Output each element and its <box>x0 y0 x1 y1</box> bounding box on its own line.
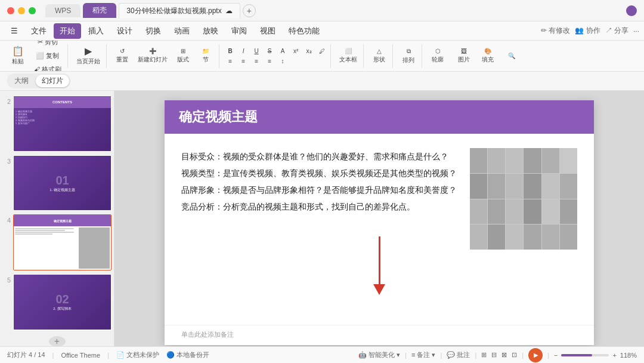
main-layout: 2 CONTENTS 1. 确定视频主题 2. 撰写脚本 3. 拍摄技巧 4. … <box>0 91 644 346</box>
zoom-slider[interactable] <box>561 354 609 356</box>
tab-bar: WPS 稻壳 30分钟轻松做爆款短视频.pptx ☁ + <box>45 3 621 19</box>
outline-btn[interactable]: ⬡ 轮廓 <box>427 46 448 66</box>
minimize-button[interactable] <box>18 7 25 14</box>
reset-icon: ↺ <box>120 48 125 54</box>
ai-feature-btn[interactable]: 🤖 智能美化 ▾ <box>358 350 400 359</box>
wps-tab[interactable]: WPS <box>45 4 80 17</box>
menu-insert[interactable]: 插入 <box>82 23 110 39</box>
menu-animation[interactable]: 动画 <box>168 23 196 39</box>
share-btn[interactable]: ↗ 分享 <box>605 26 628 36</box>
menu-hamburger[interactable]: ☰ <box>5 24 24 38</box>
new-slide-btn[interactable]: ➕ 新建幻灯片 <box>134 46 171 66</box>
add-tab-button[interactable]: + <box>243 4 256 17</box>
arrange-group: ⧉ 排列 <box>395 44 422 68</box>
line-spacing-btn[interactable]: ↕ <box>277 57 289 66</box>
file-tab[interactable]: 30分钟轻松做爆款短视频.pptx ☁ <box>119 3 240 19</box>
slide-panel: 2 CONTENTS 1. 确定视频主题 2. 撰写脚本 3. 拍摄技巧 4. … <box>0 91 114 346</box>
subscript-btn[interactable]: x₂ <box>303 47 315 56</box>
user-avatar[interactable] <box>626 5 637 16</box>
arrange-btn[interactable]: ⧉ 排列 <box>398 46 419 66</box>
layout-btn[interactable]: ⊞ 版式 <box>172 46 194 66</box>
slide-body[interactable]: 目标受众：视频的受众群体是谁？他们的兴趣爱好、需求和痛点是什么？ 视频类型：是宣… <box>165 134 594 325</box>
view-grid-btn[interactable]: ⊟ <box>491 351 497 359</box>
maximize-button[interactable] <box>29 7 36 14</box>
more-menu-btn[interactable]: ··· <box>633 27 639 35</box>
view-normal-btn[interactable]: ⊞ <box>481 351 487 359</box>
zoom-in-btn[interactable]: + <box>612 352 616 359</box>
search-btn[interactable]: 🔍 <box>501 51 522 61</box>
arrow-head <box>373 284 385 295</box>
slide-view-btn[interactable]: 幻灯片 <box>36 75 69 87</box>
menu-special[interactable]: 特色功能 <box>283 23 326 39</box>
align-justify-btn[interactable]: ≡ <box>264 57 275 66</box>
slide-footer[interactable]: 单击此处添加备注 <box>165 325 594 344</box>
copy-btn[interactable]: ⬜ 复制 <box>30 50 65 62</box>
slide-thumb-5[interactable]: 5 02 2. 撰写脚本 <box>2 274 112 330</box>
add-slide-button[interactable]: + <box>49 336 66 346</box>
layout-icon: ⊞ <box>181 48 185 54</box>
menu-design[interactable]: 设计 <box>111 23 138 39</box>
paste-btn[interactable]: 📋 粘贴 <box>7 45 29 67</box>
menu-review[interactable]: 审阅 <box>225 23 253 39</box>
view-switcher: 大纲 幻灯片 <box>7 73 70 88</box>
zoom-out-btn[interactable]: − <box>554 352 558 359</box>
image-btn[interactable]: 🖼 图片 <box>453 46 475 66</box>
thumb-box-5: 02 2. 撰写脚本 <box>13 274 112 330</box>
align-right-btn[interactable]: ≡ <box>250 57 262 66</box>
menu-file[interactable]: 文件 <box>25 23 52 39</box>
play-slideshow-btn[interactable]: ▶ <box>528 348 543 362</box>
highlight-btn[interactable]: 🖊 <box>316 47 328 56</box>
section-btn[interactable]: 📁 节 <box>195 46 216 66</box>
underline-btn[interactable]: U <box>250 47 262 56</box>
superscript-btn[interactable]: x² <box>290 47 302 56</box>
slide-thumb-3[interactable]: 3 01 1. 确定视频主题 <box>2 155 112 211</box>
slide-thumb-2[interactable]: 2 CONTENTS 1. 确定视频主题 2. 撰写脚本 3. 拍摄技巧 4. … <box>2 96 112 152</box>
zoom-level: 118% <box>620 352 637 359</box>
strikethrough-btn[interactable]: S <box>264 47 275 56</box>
menu-slideshow[interactable]: 放映 <box>197 23 224 39</box>
new-slide-group: ↺ 重置 ➕ 新建幻灯片 ⊞ 版式 📁 节 <box>109 44 219 68</box>
font-color-btn[interactable]: A <box>277 47 289 56</box>
shape-btn[interactable]: △ 形状 <box>369 46 390 66</box>
thumb-content-2: CONTENTS 1. 确定视频主题 2. 撰写脚本 3. 拍摄技巧 4. 视频… <box>14 96 111 151</box>
thumb5-label: 2. 撰写脚本 <box>53 306 72 312</box>
notes-btn[interactable]: ≡ 备注 ▾ <box>411 350 436 359</box>
doc-status[interactable]: 📄 文档未保护 <box>116 350 159 359</box>
thumb4-img <box>79 227 110 269</box>
format-btn[interactable]: 🖌 格式刷 <box>30 63 65 72</box>
view-notes-btn[interactable]: ⊠ <box>501 351 507 359</box>
collaborate-btn[interactable]: 👥 协作 <box>575 26 600 36</box>
filename-text: 30分钟轻松做爆款短视频.pptx <box>126 6 221 16</box>
slide-number-5: 5 <box>2 276 11 284</box>
menu-view[interactable]: 视图 <box>254 23 281 39</box>
theme-label: Office Theme <box>61 352 100 359</box>
slide-arrow <box>373 236 385 295</box>
zoom-control[interactable]: − + 118% <box>554 352 637 359</box>
title-bar-right <box>626 5 637 16</box>
italic-btn[interactable]: I <box>237 47 249 56</box>
modify-status[interactable]: ✏ 有修改 <box>541 26 570 36</box>
arrange-icon: ⧉ <box>407 48 411 55</box>
zoom-slider-fill <box>561 354 592 356</box>
thumb-content-4: 确定视频主题 <box>14 215 111 270</box>
bold-btn[interactable]: B <box>224 47 236 56</box>
view-reading-btn[interactable]: ⊡ <box>512 351 517 359</box>
comments-btn[interactable]: 💬 批注 <box>447 350 470 359</box>
cut-btn[interactable]: ✂ 剪切 <box>30 41 65 48</box>
close-button[interactable] <box>7 7 14 14</box>
thumb4-title: 确定视频主题 <box>54 219 72 223</box>
play-current-btn[interactable]: ▶ 当页开始 <box>73 45 104 67</box>
slide-thumb-4[interactable]: 4 确定视频主题 <box>2 214 112 270</box>
paste-group: 📋 粘贴 ✂ 剪切 ⬜ 复制 🖌 格式刷 <box>5 44 68 68</box>
outline-view-btn[interactable]: 大纲 <box>8 75 35 87</box>
align-center-btn[interactable]: ≡ <box>237 57 249 66</box>
align-left-btn[interactable]: ≡ <box>224 57 236 66</box>
thumb2-item-5: 5. 发布与推广 <box>16 122 109 125</box>
backup-status[interactable]: 🔵 本地备份开 <box>166 350 209 359</box>
textbox-btn[interactable]: ⬜ 文本框 <box>336 46 361 66</box>
menu-transition[interactable]: 切换 <box>140 23 167 39</box>
reset-btn[interactable]: ↺ 重置 <box>112 46 133 66</box>
menu-begin[interactable]: 开始 <box>54 23 81 39</box>
daoke-tab[interactable]: 稻壳 <box>83 3 116 18</box>
fill-btn[interactable]: 🎨 填充 <box>477 46 499 66</box>
